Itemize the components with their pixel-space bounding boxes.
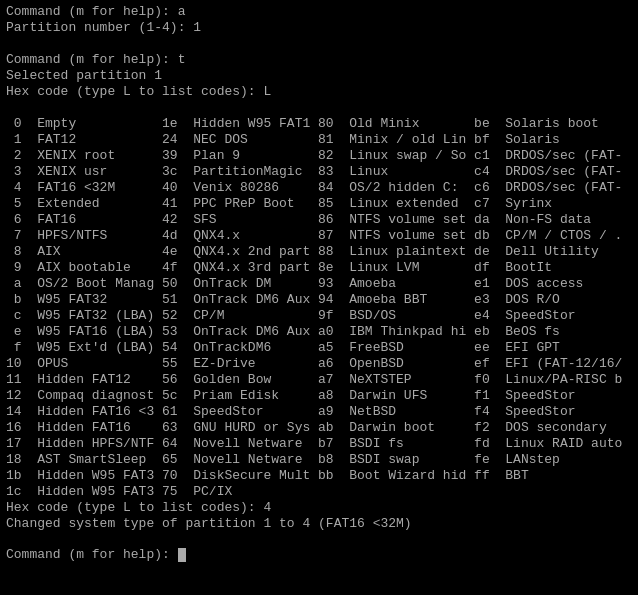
terminal-cursor [178,548,186,562]
terminal-output: Command (m for help): a Partition number… [6,4,632,563]
